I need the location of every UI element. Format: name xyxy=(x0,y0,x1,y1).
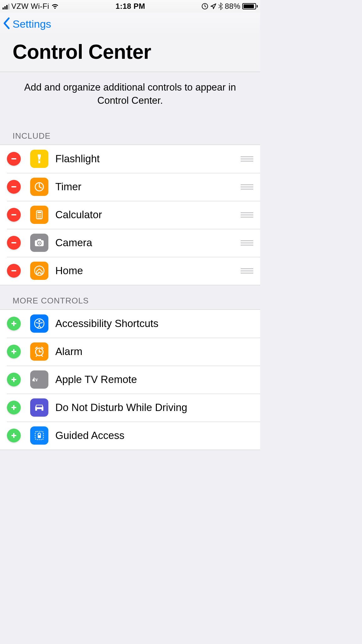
list-item: Calculator xyxy=(0,201,260,229)
car-icon xyxy=(30,398,48,417)
remove-button[interactable] xyxy=(7,180,21,194)
bluetooth-icon xyxy=(218,3,223,10)
svg-rect-37 xyxy=(35,409,37,411)
list-item: Timer xyxy=(0,173,260,201)
list-item: Camera xyxy=(0,229,260,257)
add-button[interactable] xyxy=(7,317,21,330)
rotation-lock-icon xyxy=(201,3,208,10)
page-title: Control Center xyxy=(0,34,260,72)
svg-rect-8 xyxy=(37,212,41,213)
battery-pct-label: 88% xyxy=(225,2,240,11)
svg-rect-4 xyxy=(11,186,16,187)
list-item-label: Do Not Disturb While Driving xyxy=(55,402,253,414)
location-icon xyxy=(210,3,217,9)
svg-point-9 xyxy=(37,214,38,215)
svg-point-3 xyxy=(39,159,40,161)
svg-point-24 xyxy=(35,266,44,275)
list-item-label: Guided Access xyxy=(55,430,253,441)
list-item: Guided Access xyxy=(0,422,260,450)
svg-point-14 xyxy=(40,216,41,217)
svg-rect-20 xyxy=(37,239,41,241)
svg-rect-30 xyxy=(13,349,14,354)
svg-rect-38 xyxy=(41,409,43,411)
list-item: Flashlight xyxy=(0,145,260,173)
back-button[interactable]: Settings xyxy=(13,18,51,30)
battery-icon xyxy=(242,3,258,9)
section-header-include: INCLUDE xyxy=(0,120,260,145)
list-item: Home xyxy=(0,257,260,285)
alarm-icon xyxy=(30,342,48,361)
svg-point-12 xyxy=(37,216,38,217)
svg-point-13 xyxy=(39,216,40,217)
list-item-label: Calculator xyxy=(55,209,239,221)
svg-rect-41 xyxy=(13,433,14,438)
appletv-icon: tv xyxy=(30,370,48,389)
svg-rect-2 xyxy=(38,154,41,156)
flashlight-icon xyxy=(30,150,48,168)
svg-point-22 xyxy=(39,242,40,244)
svg-point-11 xyxy=(40,214,41,215)
guided-access-icon xyxy=(30,426,48,445)
more-list: Accessibility Shortcuts Alarm tv Apple T… xyxy=(0,309,260,450)
svg-rect-36 xyxy=(13,405,14,410)
wifi-icon xyxy=(51,3,59,9)
svg-rect-18 xyxy=(11,242,16,243)
include-list: Flashlight Timer Calculator Camera xyxy=(0,145,260,285)
add-button[interactable] xyxy=(7,429,21,442)
camera-icon xyxy=(30,234,48,252)
add-button[interactable] xyxy=(7,345,21,358)
svg-rect-1 xyxy=(11,158,16,159)
svg-rect-43 xyxy=(38,435,41,438)
back-chevron-icon[interactable] xyxy=(3,17,11,31)
list-item: Accessibility Shortcuts xyxy=(0,310,260,338)
section-header-more: MORE CONTROLS xyxy=(0,285,260,309)
nav-bar: Settings xyxy=(0,13,260,34)
drag-handle-icon[interactable] xyxy=(239,268,253,274)
svg-rect-23 xyxy=(11,270,16,271)
svg-rect-26 xyxy=(13,321,14,326)
list-item-label: Camera xyxy=(55,237,239,249)
list-item-label: Timer xyxy=(55,181,239,193)
svg-point-17 xyxy=(40,218,41,219)
remove-button[interactable] xyxy=(7,264,21,278)
status-left: VZW Wi-Fi xyxy=(3,2,59,11)
status-right: 88% xyxy=(201,2,258,11)
svg-rect-6 xyxy=(11,214,16,215)
list-item: Do Not Disturb While Driving xyxy=(0,394,260,422)
clock-label: 1:18 PM xyxy=(59,2,201,11)
svg-rect-39 xyxy=(36,405,42,407)
list-item-label: Apple TV Remote xyxy=(55,374,253,386)
drag-handle-icon[interactable] xyxy=(239,184,253,190)
status-bar: VZW Wi-Fi 1:18 PM 88% xyxy=(0,0,260,13)
drag-handle-icon[interactable] xyxy=(239,212,253,218)
remove-button[interactable] xyxy=(7,236,21,250)
list-item-label: Home xyxy=(55,265,239,277)
remove-button[interactable] xyxy=(7,152,21,166)
cellular-signal-icon xyxy=(3,3,9,9)
home-icon xyxy=(30,262,48,280)
add-button[interactable] xyxy=(7,401,21,414)
carrier-label: VZW Wi-Fi xyxy=(11,2,49,11)
list-item: tv Apple TV Remote xyxy=(0,366,260,394)
list-item-label: Alarm xyxy=(55,346,253,358)
list-item-label: Flashlight xyxy=(55,153,239,165)
svg-point-16 xyxy=(39,218,40,219)
svg-point-28 xyxy=(38,320,40,322)
drag-handle-icon[interactable] xyxy=(239,240,253,246)
accessibility-icon xyxy=(30,314,48,333)
list-item: Alarm xyxy=(0,338,260,366)
remove-button[interactable] xyxy=(7,208,21,222)
svg-point-10 xyxy=(39,214,40,215)
list-item-label: Accessibility Shortcuts xyxy=(55,318,253,330)
timer-icon xyxy=(30,178,48,196)
svg-point-15 xyxy=(37,218,38,219)
svg-rect-33 xyxy=(13,377,14,382)
drag-handle-icon[interactable] xyxy=(239,156,253,162)
calculator-icon xyxy=(30,206,48,224)
intro-text: Add and organize additional controls to … xyxy=(0,72,260,120)
add-button[interactable] xyxy=(7,373,21,386)
